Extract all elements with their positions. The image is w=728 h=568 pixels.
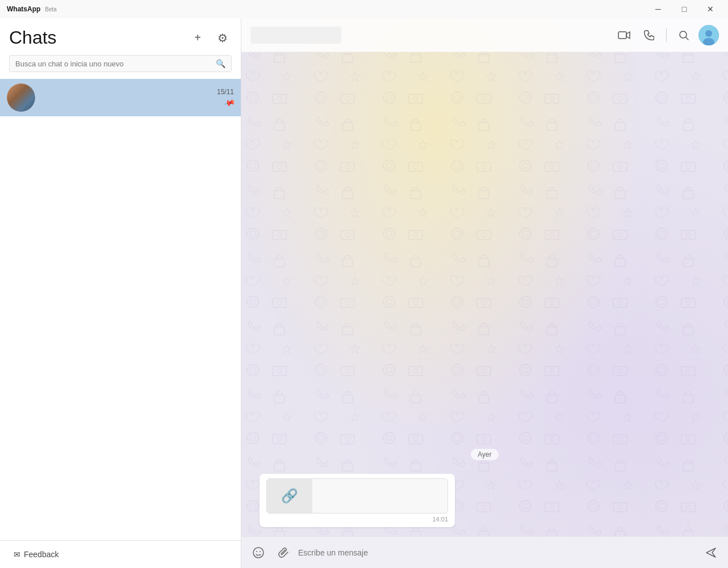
chats-title: Chats (9, 27, 57, 48)
right-panel: Ayer 🔗 14:01 (241, 18, 728, 568)
send-button[interactable] (701, 542, 721, 563)
chat-item[interactable]: 15/11 📌 (0, 79, 241, 116)
close-button[interactable]: ✕ (697, 0, 723, 18)
video-call-button[interactable] (614, 25, 634, 45)
attach-button[interactable] (273, 542, 294, 563)
profile-avatar[interactable] (698, 25, 719, 45)
emoji-button[interactable] (248, 542, 269, 563)
title-bar-controls: ─ □ ✕ (645, 0, 723, 18)
settings-button[interactable]: ⚙ (214, 29, 232, 47)
left-header: Chats + ⚙ (0, 18, 241, 53)
chat-list: 15/11 📌 (0, 79, 241, 540)
search-bar: 🔍 (9, 55, 232, 72)
new-chat-button[interactable]: + (189, 29, 207, 47)
maximize-button[interactable]: □ (671, 0, 697, 18)
link-preview: 🔗 (266, 478, 448, 514)
feedback-button[interactable]: ✉ Feedback (9, 548, 63, 561)
pin-icon: 📌 (223, 96, 236, 109)
title-bar: WhatsApp Beta ─ □ ✕ (0, 0, 728, 18)
main-layout: Chats + ⚙ 🔍 15/11 📌 (0, 18, 728, 568)
search-input[interactable] (15, 60, 216, 68)
search-messages-button[interactable] (673, 25, 694, 45)
link-icon-area: 🔗 (267, 479, 312, 513)
chat-header (241, 18, 728, 52)
chat-date: 15/11 (217, 88, 234, 96)
link-icon: 🔗 (281, 488, 298, 504)
beta-badge: Beta (45, 6, 57, 12)
left-panel: Chats + ⚙ 🔍 15/11 📌 (0, 18, 241, 568)
svg-point-10 (705, 30, 712, 37)
svg-point-12 (253, 548, 263, 558)
header-divider (666, 28, 667, 42)
message-time: 14:01 (266, 516, 448, 523)
feedback-bar: ✉ Feedback (0, 540, 241, 568)
message-input[interactable] (298, 546, 696, 559)
chat-header-left (250, 27, 341, 44)
app-name: WhatsApp (7, 5, 40, 13)
feedback-label: Feedback (24, 550, 58, 559)
search-icon: 🔍 (216, 59, 225, 68)
feedback-icon: ✉ (14, 550, 20, 559)
date-divider: Ayer (471, 449, 498, 460)
svg-point-14 (260, 551, 261, 552)
header-actions: + ⚙ (189, 29, 232, 47)
chat-header-actions (614, 25, 719, 45)
minimize-button[interactable]: ─ (645, 0, 671, 18)
svg-point-13 (256, 551, 257, 552)
title-bar-left: WhatsApp Beta (7, 5, 57, 13)
voice-call-button[interactable] (639, 25, 659, 45)
message-bubble: 🔗 14:01 (260, 474, 455, 527)
messages-area[interactable]: Ayer 🔗 14:01 (241, 52, 728, 536)
link-content (312, 479, 447, 513)
chat-header-name (250, 27, 341, 44)
chat-meta: 15/11 📌 (217, 88, 234, 107)
avatar (7, 83, 35, 112)
svg-rect-7 (618, 32, 626, 39)
svg-point-8 (680, 31, 687, 38)
input-area (241, 536, 728, 568)
avatar-image (7, 83, 35, 112)
